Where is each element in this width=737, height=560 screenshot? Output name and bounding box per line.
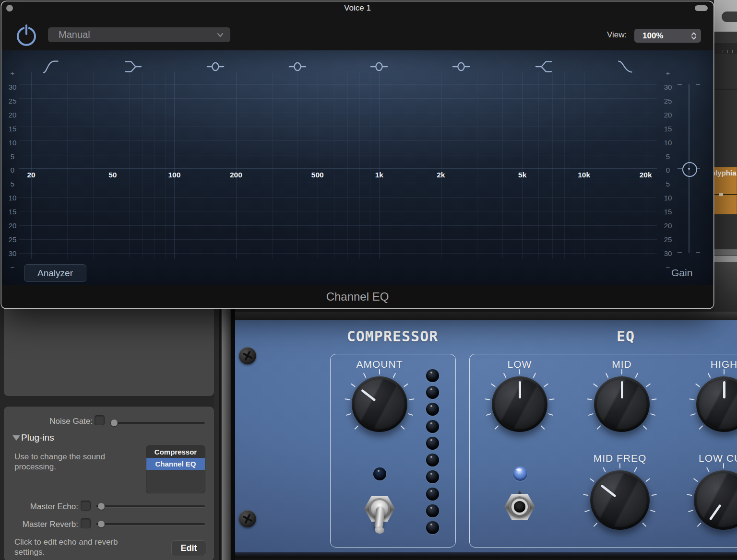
db-tick-label: 10 [664,139,672,146]
plugins-disclosure-triangle[interactable] [12,435,20,441]
track-lane [714,214,737,249]
knob-unit: LOW [484,359,556,432]
view-zoom-value: 100% [634,31,691,41]
knob-unit: MID FREQ [584,453,656,530]
effects-panel: Noise Gate: Plug-ins Use to change the s… [4,407,214,560]
gain-tick [678,168,682,169]
timeline-ruler[interactable] [714,43,737,54]
master-echo-slider[interactable] [96,502,205,510]
db-tick-label: 5 [666,180,670,187]
db-tick-label: 25 [664,97,672,105]
view-zoom-select[interactable]: 100% [634,29,701,43]
slider-track [96,523,205,525]
plugin-slot[interactable]: Channel EQ [146,458,205,470]
window-titlebar[interactable]: Voice 1 [1,1,713,15]
window-drag-handle[interactable] [695,5,708,11]
switch-hole [514,501,525,513]
db-tick-label: 20 [664,111,672,118]
knob-unit: LOW CUT [688,453,737,530]
gain-tick [696,252,700,253]
slider-thumb[interactable] [98,521,105,527]
eq-curve-surface[interactable] [19,70,657,271]
plugin-list: CompressorChannel EQ [146,446,205,493]
channel-eq-plugin-window: Voice 1 Manual View: 100% [1,1,713,308]
eq-knob[interactable] [594,376,650,432]
meter-led [426,386,439,399]
db-tick-label: 20 [9,111,17,118]
eq-toggle-switch[interactable] [501,485,538,531]
tracks-area: olyphia [714,0,737,312]
noise-gate-slider[interactable] [110,419,205,427]
amp-bottom-edge [235,552,737,560]
db-tick-label: − [666,264,670,271]
master-echo-checkbox[interactable] [81,501,91,511]
plugin-slot[interactable]: Compressor [146,446,205,458]
db-tick-label: 15 [9,125,17,132]
knob-label: MID FREQ [594,453,647,464]
power-button[interactable] [15,23,38,47]
knob-pointer [723,381,725,398]
db-tick-label: 20 [664,222,672,229]
meter-led [426,488,439,501]
preset-dropdown[interactable]: Manual [48,27,230,42]
switch-lever-cap [374,526,384,534]
db-tick-label: 30 [664,250,672,257]
noise-gate-checkbox[interactable] [95,415,105,425]
audio-region[interactable]: olyphia [714,167,737,214]
db-tick-label: + [666,70,670,77]
master-reverb-slider[interactable] [96,520,205,528]
plugins-help-text: Use to change the sound processing. [14,452,127,472]
noise-gate-label: Noise Gate: [4,417,93,426]
tracks-strip [714,249,737,256]
knob-pointer [709,504,721,520]
amp-top-edge [235,312,737,320]
eq-knob[interactable] [694,470,737,530]
slider-track [96,505,205,507]
chevron-down-icon [217,33,224,37]
slider-thumb[interactable] [98,503,105,510]
smart-controls-amp: COMPRESSOR EQ AMOUNT LOW [235,312,737,560]
db-tick-label: + [11,70,15,77]
knob-unit: HIGH [688,359,737,432]
knob-pointer [621,381,623,398]
eq-knob[interactable] [590,470,650,530]
eq-status-led [513,467,527,481]
compressor-section-title: COMPRESSOR [347,328,439,345]
gain-slider-handle[interactable] [682,162,697,177]
gain-tick [678,84,682,85]
eq-section-title: EQ [617,328,635,345]
amount-knob[interactable] [352,376,407,432]
compressor-toggle-switch[interactable] [361,487,398,533]
gain-tick [678,252,682,253]
power-icon [15,23,38,47]
tracks-toolbar [714,0,737,32]
audio-region-label: olyphia [711,169,737,177]
analyzer-button[interactable]: Analyzer [24,264,86,282]
master-reverb-checkbox[interactable] [81,518,91,528]
recording-settings-panel: Record Level: Automatic Level Control In… [4,301,214,396]
edit-button[interactable]: Edit [171,540,206,556]
slider-thumb[interactable] [111,420,118,426]
knob-label: LOW [508,359,532,370]
eq-graph: +30252015105051015202530− +3025201510505… [1,50,713,285]
db-tick-label: 30 [664,83,672,91]
db-tick-label: 20 [9,222,17,229]
gain-tick [696,84,700,85]
window-title: Voice 1 [1,3,713,13]
master-reverb-label: Master Reverb: [4,520,78,529]
meter-led [426,521,439,534]
knob-pointer [519,381,521,398]
toolbar-button[interactable] [722,12,737,22]
db-tick-label: − [11,264,15,271]
db-tick-label: 30 [9,83,17,91]
meter-led [426,403,439,416]
screw-icon [239,347,256,364]
compressor-knobs: AMOUNT [344,359,416,432]
plugin-toolbar: Manual View: 100% [1,15,713,50]
eq-knob[interactable] [492,376,547,432]
eq-knob[interactable] [696,376,737,432]
stepper-icon [691,32,697,40]
knob-label: AMOUNT [357,359,403,370]
tracks-strip [714,262,737,312]
db-tick-label: 25 [9,97,17,105]
